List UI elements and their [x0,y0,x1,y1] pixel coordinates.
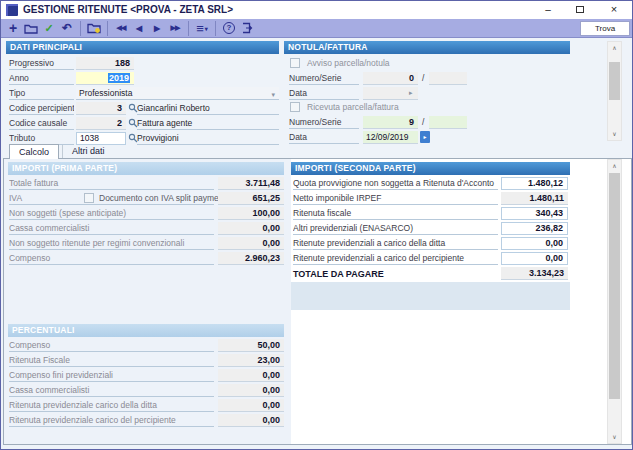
totale-da-pagare-label: TOTALE DA PAGARE [293,268,384,281]
avviso-parcella-checkbox[interactable] [290,58,300,68]
last-record-icon: ▶▶ [171,24,180,32]
perc-ritenuta-fiscale-value: 23,00 [218,354,284,367]
quota-provvigione-field[interactable]: 1.480,12 [501,177,568,190]
anno-label: Anno [9,72,74,85]
perc-ritenuta-ditta-label: Ritenuta previdenziale carico della ditt… [9,399,214,412]
perc-cassa-commercialisti-value: 0,00 [218,384,284,397]
quota-provvigione-label: Quota provvigione non soggetta a Ritenut… [293,177,498,190]
tributo-field[interactable]: 1038 [76,132,126,145]
progressivo-field: 188 [76,57,134,70]
check-icon: ✓ [44,22,53,35]
previous-record-icon: ◀ [136,24,142,33]
perc-ritenuta-ditta-value: 0,00 [218,399,284,412]
ritenuta-fiscale-label: Ritenuta fiscale [293,207,498,220]
importi-prima-header: IMPORTI (PRIMA PARTE) [8,162,284,175]
question-icon: ? [223,22,235,34]
nav-next-button[interactable]: ▶ [149,20,165,37]
non-soggetto-ritenute-value: 0,00 [218,237,284,250]
importi-seconda-header: IMPORTI (SECONDA PARTE) [291,162,570,175]
close-button[interactable]: × [596,1,632,19]
serie-fattura-field[interactable] [429,116,467,129]
totale-footer-band [291,282,570,310]
scroll-down-button[interactable]: ∨ [608,128,621,140]
scroll-down-button[interactable]: ∨ [608,431,621,443]
new-record-button[interactable]: + [5,20,21,37]
progressivo-label: Progressivo [9,57,74,70]
chevron-down-icon: ▾ [205,25,208,32]
codice-percipiente-description: Giancarlini Roberto [137,102,279,115]
iva-split-payment-label: Documento con IVA split payment [99,193,226,203]
combo-caret-icon: ▾ [271,89,275,101]
perc-ritenuta-fiscale-label: Ritenuta Fiscale [9,354,214,367]
codice-causale-field: 2 [76,117,126,130]
altri-previdenziali-field[interactable]: 236,82 [501,222,568,235]
scrollbar-thumb[interactable] [609,62,620,100]
undo-button[interactable]: ↶ [59,20,75,37]
non-soggetti-value: 100,00 [218,207,284,220]
perc-compenso-label: Compenso [9,339,214,352]
exit-button[interactable] [239,20,255,37]
nav-first-button[interactable]: ◀◀ [113,20,129,37]
minimize-button[interactable]: – [532,1,564,19]
netto-imponibile-label: Netto imponibile IRPEF [293,192,498,205]
tributo-description: Provvigioni [137,132,279,145]
totale-fattura-label: Totale fattura [9,177,214,190]
ritenute-percipiente-label: Ritenute previdenziali a carico del perc… [293,252,498,265]
window-title: GESTIONE RITENUTE <PROVA - ZETA SRL> [23,3,233,17]
app-window: GESTIONE RITENUTE <PROVA - ZETA SRL> – ×… [0,0,633,450]
numero-serie-slash: / [422,117,424,127]
toolbar-separator [107,21,108,36]
scroll-up-button[interactable]: ∧ [608,160,621,172]
perc-ritenuta-percipiente-value: 0,00 [218,414,284,427]
iva-value: 651,25 [218,192,284,205]
undo-arrow-icon: ↶ [62,21,72,35]
tipo-combo[interactable]: Professionista ▾ [76,87,279,100]
help-button[interactable]: ? [221,20,237,37]
close-icon: × [611,3,617,15]
title-bar: GESTIONE RITENUTE <PROVA - ZETA SRL> – × [1,1,632,19]
perc-compenso-previdenziali-value: 0,00 [218,369,284,382]
ritenute-ditta-label: Ritenute previdenziali a carico della di… [293,237,498,250]
nav-last-button[interactable]: ▶▶ [167,20,183,37]
menu-button[interactable]: ≡▾ [194,20,210,37]
scrollbar-thumb[interactable] [609,173,620,399]
numero-serie-fattura-label: Numero/Serie [289,116,359,129]
plus-icon: + [9,20,17,36]
scroll-up-button[interactable]: ∧ [608,42,621,54]
ritenute-percipiente-field[interactable]: 0,00 [501,252,568,265]
open-button[interactable] [23,20,39,37]
nav-prev-button[interactable]: ◀ [131,20,147,37]
date-picker-button[interactable]: ▸ [420,131,430,143]
codice-percipiente-label: Codice percipiente [9,102,74,115]
tab-calcolo[interactable]: Calcolo [9,144,59,159]
toolbar: + ✓ ↶ ◀◀ ◀ ▶ ▶▶ ≡▾ ? Trova (Alt+F1) [1,19,632,38]
first-record-icon: ◀◀ [117,24,126,32]
ritenuta-fiscale-field[interactable]: 340,43 [501,207,568,220]
anno-field[interactable]: 2019 [76,72,134,85]
numero-fattura-field[interactable]: 9 [363,116,418,129]
numero-serie-slash: / [422,73,424,83]
find-box[interactable]: Trova (Alt+F1) [580,21,630,36]
iva-split-payment-checkbox[interactable] [84,193,94,203]
hamburger-icon: ≡ [196,21,204,36]
data-notula-label: Data [289,87,359,100]
dati-principali-header: DATI PRINCIPALI [6,41,279,54]
percentuali-header: PERCENTUALI [8,324,284,337]
notula-scrollbar[interactable]: ∧ ∨ [607,41,622,141]
tipo-value: Professionista [79,88,132,98]
maximize-button[interactable] [564,1,596,19]
data-fattura-field[interactable]: 12/09/2019 [363,131,418,144]
numero-notula-field: 0 [363,72,418,85]
tipo-label: Tipo [9,87,74,100]
ritenute-ditta-field[interactable]: 0,00 [501,237,568,250]
tab-altri-dati[interactable]: Altri dati [62,145,114,158]
non-soggetto-ritenute-label: Non soggetto ritenute per regimi convenz… [9,237,214,250]
perc-compenso-previdenziali-label: Compenso fini previdenziali [9,369,214,382]
ricevuta-parcella-checkbox[interactable] [290,102,300,112]
copy-record-button[interactable] [86,20,102,37]
content-scrollbar[interactable]: ∧ ∨ [607,159,622,444]
date-button-icon: ▸ [423,134,426,140]
confirm-button[interactable]: ✓ [41,20,57,37]
folder-open-icon [24,23,38,34]
toolbar-separator [215,21,216,36]
